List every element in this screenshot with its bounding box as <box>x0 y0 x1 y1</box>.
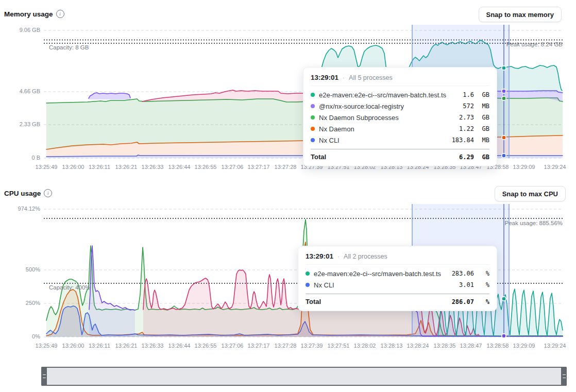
total-value: 6.29 <box>459 154 474 161</box>
memory-crosshair-dot <box>502 154 506 158</box>
brush-handle-right[interactable] <box>561 367 567 386</box>
cpu-x-tick: 13:26:44 <box>168 343 191 349</box>
process-name: Nx CLI <box>319 137 448 144</box>
process-value: 1.22 <box>459 125 474 132</box>
tooltip-time: 13:29:01 <box>311 74 338 81</box>
cpu-info-icon[interactable]: i <box>44 189 52 197</box>
process-value-unit: MB <box>478 137 489 144</box>
cpu-x-tick: 13:27:17 <box>248 343 270 349</box>
memory-crosshair-dot <box>502 89 506 93</box>
tooltip-process-row: e2e-maven:e2e-ci--src/maven-batch.test.t… <box>306 268 489 279</box>
process-value: 2.73 <box>459 114 474 121</box>
memory-crosshair-dot <box>502 135 506 140</box>
process-value-unit: GB <box>478 114 489 121</box>
total-unit: GB <box>478 154 489 161</box>
timeline-brush-track[interactable] <box>41 367 567 386</box>
brush-handle-left[interactable] <box>41 367 47 386</box>
memory-y-tick: 2.33 GB <box>4 121 40 127</box>
process-name: e2e-maven:e2e-ci--src/maven-batch.test.t… <box>319 91 459 99</box>
cpu-tooltip-total-row: Total 286.07 % <box>306 294 489 305</box>
memory-x-tick: 13:25:49 <box>36 164 58 170</box>
usage-charts-canvas[interactable] <box>0 0 576 392</box>
nx-profiler-page: Memory usage i Snap to max memory 9.06 G… <box>0 0 576 392</box>
cpu-x-tick: 13:26:33 <box>142 343 164 349</box>
brush-grip-icon <box>563 374 566 378</box>
cpu-x-tick: 13:27:06 <box>222 343 244 349</box>
cpu-peak-label: Peak usage: 885.56% <box>504 220 563 226</box>
process-value-unit: % <box>478 281 489 288</box>
process-value: 183.84 <box>452 137 474 144</box>
process-value-unit: GB <box>478 125 489 132</box>
cpu-x-tick: 13:28:13 <box>381 343 403 349</box>
memory-x-tick: 13:26:00 <box>62 164 84 170</box>
cpu-x-tick: 13:29:09 <box>513 343 535 349</box>
tooltip-process-row: Nx Daemon1.22GB <box>311 123 489 134</box>
process-value: 572 <box>463 103 474 110</box>
cpu-x-tick: 13:27:51 <box>328 343 350 349</box>
memory-x-tick: 13:27:06 <box>222 164 244 170</box>
process-name: Nx CLI <box>314 281 455 289</box>
cpu-x-tick: 13:25:49 <box>36 343 58 349</box>
memory-chart-title: Memory usage <box>4 10 53 18</box>
memory-x-tick: 13:26:44 <box>168 164 191 170</box>
cpu-x-tick: 13:26:00 <box>62 343 84 349</box>
memory-peak-label: Peak usage: 8.24 GB <box>506 41 563 47</box>
cpu-x-tick: 13:29:24 <box>544 343 566 349</box>
cpu-x-tick: 13:28:24 <box>407 343 429 349</box>
cpu-x-tick: 13:28:58 <box>487 343 509 349</box>
cpu-x-tick: 13:27:28 <box>275 343 297 349</box>
memory-tooltip-rows: e2e-maven:e2e-ci--src/maven-batch.test.t… <box>311 86 489 148</box>
memory-y-tick: 9.06 GB <box>4 27 40 33</box>
memory-capacity-label: Capacity: 8 GB <box>49 44 89 50</box>
cpu-y-tick: 250% <box>4 300 40 306</box>
tooltip-subtitle: All 2 processes <box>344 253 387 260</box>
cpu-crosshair-dot <box>502 297 506 301</box>
cpu-y-tick: 974.12% <box>4 206 40 212</box>
memory-y-tick: 0 B <box>4 155 40 161</box>
memory-y-tick: 4.66 GB <box>4 88 40 94</box>
memory-x-tick: 13:29:09 <box>513 164 535 170</box>
process-name: Nx Daemon <box>319 125 455 133</box>
cpu-y-tick: 0% <box>4 333 40 339</box>
cpu-x-tick: 13:26:11 <box>89 343 110 349</box>
tooltip-separator: · <box>343 74 345 81</box>
tooltip-process-row: e2e-maven:e2e-ci--src/maven-batch.test.t… <box>311 89 489 100</box>
cpu-section-header: CPU usage i <box>4 189 52 197</box>
memory-tooltip: 13:29:01 · All 5 processes e2e-maven:e2e… <box>303 67 497 166</box>
cpu-x-tick: 13:28:02 <box>354 343 376 349</box>
snap-to-max-memory-button[interactable]: Snap to max memory <box>479 7 562 22</box>
memory-tooltip-header: 13:29:01 · All 5 processes <box>311 73 489 86</box>
process-name: @nx/nx-source:local-registry <box>319 103 459 110</box>
total-label: Total <box>311 153 455 161</box>
total-label: Total <box>306 298 448 305</box>
memory-x-tick: 13:26:21 <box>115 164 138 170</box>
memory-info-icon[interactable]: i <box>56 10 64 18</box>
cpu-x-tick: 13:28:47 <box>460 343 482 349</box>
cpu-x-tick: 13:26:55 <box>195 343 217 349</box>
series-color-dot <box>306 271 310 276</box>
tooltip-process-row: @nx/nx-source:local-registry572MB <box>311 100 489 112</box>
series-color-dot <box>311 138 315 142</box>
memory-section-header: Memory usage i <box>4 10 64 18</box>
cpu-crosshair-dot <box>502 334 506 338</box>
tooltip-process-row: Nx CLI183.84MB <box>311 134 489 146</box>
series-color-dot <box>311 93 315 97</box>
memory-crosshair-dot <box>502 66 506 70</box>
cpu-tooltip: 13:29:01 · All 2 processes e2e-maven:e2e… <box>298 246 497 311</box>
tooltip-subtitle: All 5 processes <box>349 74 393 81</box>
tooltip-process-row: Nx CLI3.01% <box>306 279 489 291</box>
cpu-x-tick: 13:26:21 <box>115 343 138 349</box>
cpu-tooltip-rows: e2e-maven:e2e-ci--src/maven-batch.test.t… <box>306 265 489 293</box>
tooltip-process-row: Nx Daemon Subprocesses2.73GB <box>311 112 489 123</box>
cpu-capacity-label: Capacity: 400% <box>49 284 91 291</box>
snap-to-max-cpu-button[interactable]: Snap to max CPU <box>495 186 566 201</box>
memory-crosshair-dot <box>502 96 506 100</box>
process-value: 3.01 <box>459 281 474 288</box>
series-color-dot <box>311 127 315 131</box>
memory-x-tick: 13:26:33 <box>142 164 164 170</box>
memory-x-tick: 13:27:17 <box>248 164 270 170</box>
total-unit: % <box>478 298 489 305</box>
cpu-chart-title: CPU usage <box>4 190 41 197</box>
process-value-unit: GB <box>478 91 489 98</box>
tooltip-time: 13:29:01 <box>306 252 333 260</box>
